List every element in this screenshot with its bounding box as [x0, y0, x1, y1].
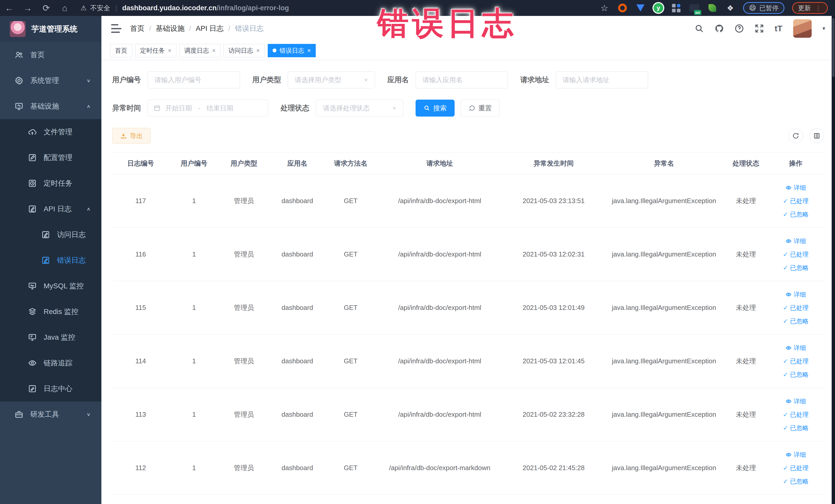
- ignored-action[interactable]: ✓已忽略: [783, 424, 809, 432]
- avatar[interactable]: [793, 19, 812, 38]
- sidebar-item-错误日志[interactable]: 错误日志: [0, 247, 101, 273]
- detail-action[interactable]: 详细: [786, 184, 806, 192]
- sidebar-item-Java-监控[interactable]: Java 监控: [0, 324, 101, 350]
- browser-forward-icon[interactable]: →: [19, 3, 37, 13]
- sidebar-item-基础设施[interactable]: 基础设施∧: [0, 94, 101, 119]
- processed-action[interactable]: ✓已处理: [783, 250, 809, 259]
- refresh-button[interactable]: [788, 128, 803, 143]
- tab-label: 错误日志: [280, 46, 304, 55]
- close-icon[interactable]: ×: [256, 47, 260, 54]
- detail-action[interactable]: 详细: [786, 237, 806, 245]
- sidebar-item-首页[interactable]: 首页: [0, 42, 101, 68]
- close-icon[interactable]: ×: [212, 47, 216, 54]
- extension-leaf-icon[interactable]: [707, 3, 717, 13]
- sidebar-item-配置管理[interactable]: 配置管理: [0, 145, 101, 170]
- sidebar-item-定时任务[interactable]: 定时任务: [0, 170, 101, 196]
- detail-action[interactable]: 详细: [786, 344, 806, 352]
- ignored-action[interactable]: ✓已忽略: [783, 264, 809, 272]
- browser-back-icon[interactable]: ←: [0, 3, 19, 13]
- breadcrumb-item[interactable]: 基础设施: [156, 24, 185, 33]
- sidebar-item-链路追踪[interactable]: 链路追踪: [0, 350, 101, 376]
- sidebar-item-系统管理[interactable]: 系统管理∨: [0, 68, 101, 94]
- browser-reload-icon[interactable]: ⟳: [37, 3, 56, 13]
- action-label: 已处理: [790, 304, 809, 312]
- filter-user-type: 用户类型请选择用户类型∨: [252, 72, 375, 88]
- eye-icon: [786, 291, 792, 298]
- sidebar-item-日志中心[interactable]: 日志中心: [0, 376, 101, 402]
- extension-blue-icon[interactable]: [635, 3, 646, 13]
- status-select[interactable]: 请选择处理状态∨: [316, 100, 403, 117]
- tab-首页[interactable]: 首页: [110, 44, 132, 57]
- tab-调度日志[interactable]: 调度日志×: [179, 44, 221, 57]
- processed-action[interactable]: ✓已处理: [783, 464, 809, 472]
- user-id-input[interactable]: [148, 72, 240, 88]
- extension-orange-icon[interactable]: [617, 3, 628, 13]
- close-icon[interactable]: ×: [168, 47, 171, 54]
- processed-action[interactable]: ✓已处理: [783, 357, 809, 365]
- sidebar-item-label: 首页: [30, 50, 45, 60]
- detail-action[interactable]: 详细: [786, 450, 806, 459]
- search-icon[interactable]: [695, 24, 704, 33]
- bookmark-star-icon[interactable]: ☆: [599, 3, 610, 13]
- processed-action[interactable]: ✓已处理: [783, 410, 809, 419]
- browser-scrollbar[interactable]: [832, 16, 835, 504]
- update-badge[interactable]: 更新⋮: [792, 2, 828, 14]
- error-time-daterange[interactable]: 开始日期-结束日期: [148, 100, 268, 117]
- tab-定时任务[interactable]: 定时任务×: [135, 44, 176, 57]
- sidebar-item-MySQL-监控[interactable]: MySQL 监控: [0, 273, 101, 299]
- app-title: 芋道管理系统: [31, 24, 78, 35]
- extensions-puzzle-icon[interactable]: ❖: [725, 3, 735, 13]
- ignored-action[interactable]: ✓已忽略: [783, 210, 809, 219]
- search-icon: [424, 105, 430, 112]
- req-url-input[interactable]: [556, 72, 648, 88]
- hamburger-icon[interactable]: [111, 24, 121, 33]
- detail-action[interactable]: 详细: [786, 290, 806, 299]
- app-name-input[interactable]: [415, 72, 508, 88]
- font-size-icon[interactable]: tT: [775, 24, 782, 33]
- processed-action[interactable]: ✓已处理: [783, 197, 809, 205]
- cell-url: /api/infra/db-doc/export-html: [375, 388, 504, 441]
- sidebar-item-访问日志[interactable]: 访问日志: [0, 222, 101, 247]
- sidebar-item-Redis-监控[interactable]: Redis 监控: [0, 299, 101, 324]
- extension-on-badge-icon[interactable]: [689, 3, 699, 13]
- extension-grid-icon[interactable]: [671, 3, 681, 13]
- address-bar[interactable]: ⚠ 不安全 | dashboard.yudao.iocoder.cn/infra…: [81, 4, 289, 13]
- check-icon: ✓: [783, 371, 788, 378]
- chevron-down-icon: ∨: [86, 412, 90, 417]
- detail-action[interactable]: 详细: [786, 397, 806, 405]
- logo-rabbit-image: [10, 21, 26, 37]
- cell-user_id: 1: [169, 174, 219, 228]
- breadcrumb-item[interactable]: API 日志: [196, 24, 224, 33]
- columns-button[interactable]: [809, 128, 824, 143]
- select-placeholder: 请选择处理状态: [323, 104, 370, 113]
- sidebar-item-研发工具[interactable]: 研发工具∨: [0, 402, 101, 427]
- fullscreen-icon[interactable]: [755, 24, 764, 33]
- edit-icon: [28, 153, 37, 162]
- reset-button[interactable]: 重置: [461, 100, 500, 117]
- ignored-action[interactable]: ✓已忽略: [783, 317, 809, 325]
- sidebar-item-文件管理[interactable]: 文件管理: [0, 119, 101, 145]
- processed-action[interactable]: ✓已处理: [783, 304, 809, 312]
- tab-错误日志[interactable]: 错误日志×: [268, 44, 316, 57]
- browser-menu-kebab-icon[interactable]: ⋮: [815, 4, 822, 12]
- cell-user_id: 1: [169, 335, 219, 388]
- close-icon[interactable]: ×: [307, 47, 311, 54]
- cell-exception: java.lang.IllegalArgumentException: [604, 388, 725, 441]
- browser-home-icon[interactable]: ⌂: [56, 3, 74, 13]
- export-button[interactable]: 导出: [112, 128, 151, 144]
- sidebar-item-API-日志[interactable]: API 日志∧: [0, 196, 101, 222]
- avatar-caret-icon[interactable]: ▾: [822, 25, 825, 32]
- ignored-action[interactable]: ✓已忽略: [783, 477, 809, 485]
- user-type-select[interactable]: 请选择用户类型∨: [288, 72, 375, 88]
- extension-green-circle-icon[interactable]: y: [653, 3, 664, 13]
- github-icon[interactable]: [715, 24, 724, 33]
- search-button[interactable]: 搜索: [415, 100, 454, 117]
- scrollbar-thumb[interactable]: [832, 18, 834, 77]
- ignored-action[interactable]: ✓已忽略: [783, 370, 809, 379]
- help-icon[interactable]: [735, 24, 744, 33]
- paused-badge[interactable]: 😄已暂停: [743, 2, 785, 14]
- sidebar-logo[interactable]: 芋道管理系统: [0, 16, 101, 42]
- breadcrumb-item[interactable]: 首页: [130, 24, 144, 33]
- tab-访问日志[interactable]: 访问日志×: [224, 44, 265, 57]
- column-header: 异常名: [604, 153, 725, 174]
